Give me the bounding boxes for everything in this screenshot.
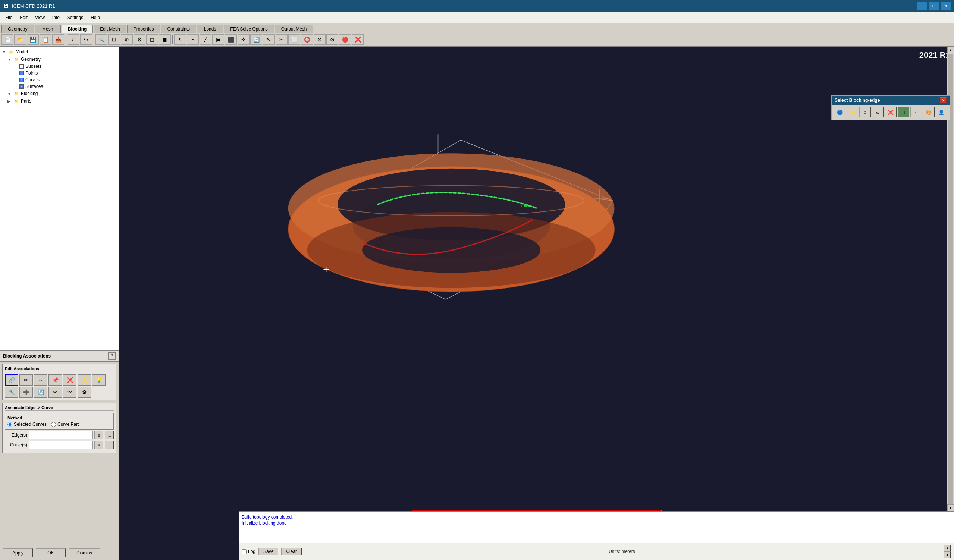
clear-log-button[interactable]: Clear [281, 548, 302, 555]
toolbar-export[interactable]: 📤 [52, 34, 64, 45]
tree-item-blocking[interactable]: ▼ 📁 Blocking [2, 90, 117, 97]
edge-input[interactable] [29, 431, 93, 439]
toolbar-color1[interactable]: 🔴 [339, 34, 351, 45]
dismiss-button[interactable]: Dismiss [69, 548, 100, 557]
assoc-icon-7[interactable]: 💡 [92, 374, 106, 386]
tab-loads[interactable]: Loads [197, 25, 223, 33]
radio-selected-curves-input[interactable] [8, 422, 12, 427]
dialog-icon-user[interactable]: 👤 [936, 107, 947, 117]
dialog-icon-x[interactable]: ❌ [885, 107, 896, 117]
dialog-icon-color[interactable]: 🎨 [923, 107, 935, 117]
toolbar-undo[interactable]: ↩ [67, 34, 80, 45]
close-button[interactable]: ✕ [941, 2, 951, 10]
ok-button[interactable]: OK [36, 548, 65, 557]
toolbar-settings-icon[interactable]: ⚙ [134, 34, 145, 45]
assoc-icon-8[interactable]: 🔧 [5, 387, 18, 398]
toolbar-save[interactable]: 💾 [27, 34, 39, 45]
expand-blocking[interactable]: ▼ [8, 92, 12, 96]
toolbar-merge[interactable]: ⊗ [314, 34, 326, 45]
toolbar-view1[interactable]: ◻ [146, 34, 158, 45]
menu-edit[interactable]: Edit [16, 13, 31, 22]
tree-item-parts[interactable]: ▶ 📁 Parts [2, 97, 117, 105]
menu-info[interactable]: Info [48, 13, 63, 22]
dialog-icon-square[interactable]: □ [898, 107, 909, 117]
menu-file[interactable]: File [2, 13, 16, 22]
expand-parts[interactable]: ▶ [8, 99, 12, 103]
toolbar-lcs[interactable]: ⊕ [121, 34, 133, 45]
dialog-close-btn[interactable]: ✕ [940, 97, 946, 103]
edge-dots-btn[interactable]: … [105, 431, 114, 439]
menu-view[interactable]: View [31, 13, 48, 22]
edge-select-btn[interactable]: ⊕ [94, 431, 103, 439]
tab-properties[interactable]: Properties [127, 25, 161, 33]
toolbar-split[interactable]: ⊘ [326, 34, 338, 45]
tree-item-geometry[interactable]: ▼ 📁 Geometry [2, 56, 117, 63]
toolbar-color2[interactable]: ❌ [352, 34, 364, 45]
toolbar-select[interactable]: ↖ [174, 34, 186, 45]
toolbar-face[interactable]: ▣ [212, 34, 224, 45]
assoc-icon-4[interactable]: 📌 [48, 374, 62, 386]
radio-curve-part-input[interactable] [51, 422, 56, 427]
log-scroll-up[interactable]: ▲ [944, 545, 951, 551]
tree-item-subsets[interactable]: Subsets [2, 63, 117, 70]
tree-item-curves[interactable]: ✓ Curves [2, 76, 117, 83]
toolbar-save-as[interactable]: 📋 [39, 34, 51, 45]
toolbar-sphere[interactable]: ⭕ [301, 34, 313, 45]
checkbox-points[interactable]: ✓ [19, 71, 24, 75]
save-log-button[interactable]: Save [259, 548, 278, 555]
expand-geometry[interactable]: ▼ [8, 58, 12, 62]
assoc-icon-11[interactable]: ✂ [48, 387, 62, 398]
toolbar-move[interactable]: ✛ [238, 34, 249, 45]
scroll-up-btn[interactable]: ▲ [947, 47, 954, 53]
assoc-icon-2[interactable]: ✏ [19, 374, 33, 386]
curve-select-btn[interactable]: ✎ [94, 441, 103, 449]
log-scroll-down[interactable]: ▼ [944, 551, 951, 558]
checkbox-surfaces[interactable]: ✓ [19, 84, 24, 89]
toolbar-redo[interactable]: ↪ [80, 34, 92, 45]
toolbar-point[interactable]: • [187, 34, 199, 45]
tab-constraints[interactable]: Constraints [161, 25, 196, 33]
tab-blocking[interactable]: Blocking [62, 25, 93, 33]
tab-mesh[interactable]: Mesh [35, 25, 61, 33]
toolbar-cut[interactable]: ✂ [276, 34, 288, 45]
dialog-icon-loop[interactable]: ∞ [872, 107, 884, 117]
assoc-icon-10[interactable]: 🔄 [34, 387, 47, 398]
scroll-down-btn[interactable]: ▼ [947, 504, 954, 511]
tab-geometry[interactable]: Geometry [2, 25, 34, 33]
toolbar-open[interactable]: 📂 [14, 34, 26, 45]
tree-item-model[interactable]: ▼ 📁 Model [2, 48, 117, 56]
menu-help[interactable]: Help [87, 13, 104, 22]
dialog-icon-select[interactable]: 🔵 [834, 107, 845, 117]
checkbox-subsets[interactable] [19, 64, 24, 68]
assoc-icon-12[interactable]: 〰 [63, 387, 76, 398]
toolbar-view2[interactable]: ◼ [159, 34, 171, 45]
tree-item-surfaces[interactable]: ✓ Surfaces [2, 83, 117, 90]
curve-input[interactable] [29, 441, 93, 449]
checkbox-curves[interactable]: ✓ [19, 78, 24, 82]
scroll-track[interactable] [948, 54, 953, 504]
curve-dots-btn[interactable]: … [105, 441, 114, 449]
assoc-icon-3[interactable]: ↔ [34, 374, 47, 386]
tab-edit-mesh[interactable]: Edit Mesh [94, 25, 126, 33]
minimize-button[interactable]: − [917, 2, 927, 10]
toolbar-box[interactable]: ⬜ [288, 34, 300, 45]
menu-settings[interactable]: Settings [63, 13, 87, 22]
assoc-icon-6[interactable]: ⭐ [78, 374, 91, 386]
log-checkbox[interactable] [242, 549, 246, 554]
apply-button[interactable]: Apply [3, 548, 33, 557]
tab-output-mesh[interactable]: Output Mesh [275, 25, 313, 33]
assoc-icon-1[interactable]: 🔗 [5, 374, 18, 386]
toolbar-zoom-fit[interactable]: ⊞ [108, 34, 120, 45]
expand-model[interactable]: ▼ [2, 50, 7, 54]
toolbar-zoom-all[interactable]: 🔍 [95, 34, 108, 45]
radio-selected-curves[interactable]: Selected Curves [8, 422, 47, 427]
tree-item-points[interactable]: ✓ Points [2, 70, 117, 76]
maximize-button[interactable]: □ [929, 2, 939, 10]
toolbar-rotate[interactable]: 🔄 [250, 34, 262, 45]
help-icon[interactable]: ? [108, 352, 115, 360]
assoc-icon-13[interactable]: ⚙ [78, 387, 91, 398]
toolbar-region[interactable]: ⬛ [225, 34, 237, 45]
dialog-icon-star[interactable]: ⭐ [846, 107, 858, 117]
tab-fea[interactable]: FEA Solve Options [224, 25, 274, 33]
assoc-icon-9[interactable]: ➕ [19, 387, 33, 398]
